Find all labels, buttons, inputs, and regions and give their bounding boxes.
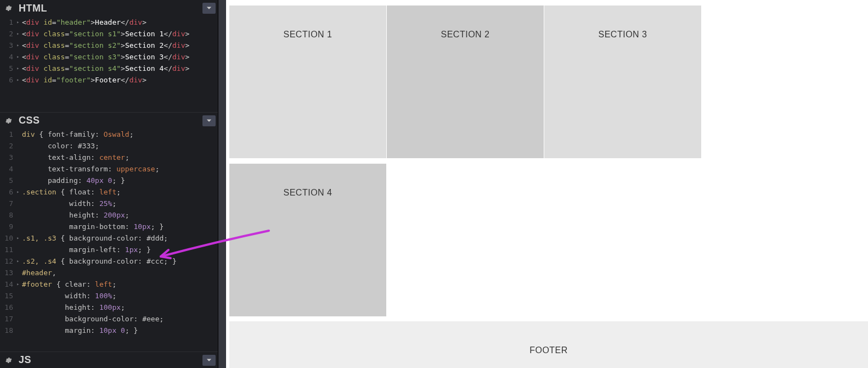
code-content: width: 100%; bbox=[22, 290, 218, 302]
code-content: text-align: center; bbox=[22, 152, 218, 163]
fold-gap bbox=[16, 290, 22, 302]
line-number: 5 bbox=[0, 175, 16, 186]
code-content: .s2, .s4 { background-color: #ccc; } bbox=[22, 255, 218, 267]
code-line: 2 ▸ <div class="section s1">Section 1</d… bbox=[0, 28, 218, 40]
panel-js-header: JS bbox=[0, 352, 218, 368]
fold-icon[interactable]: ▸ bbox=[16, 186, 22, 198]
code-content: div { font-family: Oswald; bbox=[22, 129, 218, 140]
code-content: <div id="footer">Footer</div> bbox=[22, 74, 218, 86]
chevron-down-icon[interactable] bbox=[202, 355, 216, 366]
code-line: 5 ▸ <div class="section s4">Section 4</d… bbox=[0, 63, 218, 74]
code-line: 12▸.s2, .s4 { background-color: #ccc; } bbox=[0, 255, 218, 267]
gear-icon[interactable] bbox=[2, 354, 14, 366]
code-content: <div class="section s4">Section 4</div> bbox=[22, 63, 218, 74]
fold-icon[interactable]: ▸ bbox=[16, 74, 22, 86]
code-line: 17 background-color: #eee; bbox=[0, 313, 218, 325]
fold-icon[interactable]: ▸ bbox=[16, 232, 22, 244]
gear-icon[interactable] bbox=[2, 2, 14, 14]
code-line: 15 width: 100%; bbox=[0, 290, 218, 302]
panel-html-title: HTML bbox=[19, 3, 198, 14]
html-code-editor[interactable]: 1 ▸ <div id="header">Header</div> 2 ▸ <d… bbox=[0, 16, 218, 112]
line-number: 7 bbox=[0, 198, 16, 209]
line-number: 17 bbox=[0, 313, 16, 325]
fold-gap bbox=[16, 198, 22, 209]
line-number: 18 bbox=[0, 325, 16, 336]
code-content: margin-left: 1px; } bbox=[22, 244, 218, 255]
line-number: 4 bbox=[0, 51, 16, 63]
footer-label: FOOTER bbox=[529, 345, 568, 355]
code-line: 10▸.s1, .s3 { background-color: #ddd; bbox=[0, 232, 218, 244]
line-number: 16 bbox=[0, 302, 16, 313]
fold-gap bbox=[16, 325, 22, 336]
line-number: 6 bbox=[0, 186, 16, 198]
code-content: <div class="section s3">Section 3</div> bbox=[22, 51, 218, 63]
line-number: 11 bbox=[0, 244, 16, 255]
app-root: HTML 1 ▸ <div id="header">Header</div> 2… bbox=[0, 0, 868, 368]
line-number: 5 bbox=[0, 63, 16, 74]
code-content: .s1, .s3 { background-color: #ddd; bbox=[22, 232, 218, 244]
editors-column: HTML 1 ▸ <div id="header">Header</div> 2… bbox=[0, 0, 218, 368]
panel-html-header: HTML bbox=[0, 0, 218, 16]
fold-gap bbox=[16, 175, 22, 186]
fold-gap bbox=[16, 163, 22, 175]
fold-gap bbox=[16, 209, 22, 221]
code-line: 6▸.section { float: left; bbox=[0, 186, 218, 198]
section-label: SECTION 4 bbox=[284, 188, 332, 197]
fold-icon[interactable]: ▸ bbox=[16, 255, 22, 267]
code-content: padding: 40px 0; } bbox=[22, 175, 218, 186]
fold-gap bbox=[16, 244, 22, 255]
code-line: 18 margin: 10px 0; } bbox=[0, 325, 218, 336]
section-label: SECTION 3 bbox=[599, 30, 647, 39]
code-line: 13#header, bbox=[0, 267, 218, 278]
fold-icon[interactable]: ▸ bbox=[16, 278, 22, 290]
gear-icon[interactable] bbox=[2, 115, 14, 127]
code-content: margin: 10px 0; } bbox=[22, 325, 218, 336]
line-number: 10 bbox=[0, 232, 16, 244]
panel-js-title: JS bbox=[19, 354, 198, 366]
fold-gap bbox=[16, 152, 22, 163]
code-line: 4 text-transform: uppercase; bbox=[0, 163, 218, 175]
code-content: color: #333; bbox=[22, 140, 218, 152]
fold-icon[interactable]: ▸ bbox=[16, 40, 22, 51]
code-line: 3 ▸ <div class="section s2">Section 2</d… bbox=[0, 40, 218, 51]
line-number: 3 bbox=[0, 40, 16, 51]
preview-pane: SECTION 1 SECTION 2 SECTION 3 SECTION 4 … bbox=[226, 0, 868, 368]
code-line: 8 height: 200px; bbox=[0, 209, 218, 221]
code-line: 6 ▸ <div id="footer">Footer</div> bbox=[0, 74, 218, 86]
preview-row-top: SECTION 1 SECTION 2 SECTION 3 bbox=[229, 5, 701, 158]
chevron-down-icon[interactable] bbox=[202, 115, 216, 126]
fold-gap bbox=[16, 313, 22, 325]
fold-icon[interactable]: ▸ bbox=[16, 63, 22, 74]
panel-css-title: CSS bbox=[19, 115, 198, 126]
fold-gap bbox=[16, 140, 22, 152]
code-line: 16 height: 100px; bbox=[0, 302, 218, 313]
code-line: 14▸#footer { clear: left; bbox=[0, 278, 218, 290]
line-number: 9 bbox=[0, 221, 16, 232]
line-number: 6 bbox=[0, 74, 16, 86]
code-content: #footer { clear: left; bbox=[22, 278, 218, 290]
line-number: 2 bbox=[0, 28, 16, 40]
line-number: 15 bbox=[0, 290, 16, 302]
code-content: height: 200px; bbox=[22, 209, 218, 221]
css-code-editor[interactable]: 1div { font-family: Oswald; 2 color: #33… bbox=[0, 129, 218, 341]
fold-icon[interactable]: ▸ bbox=[16, 16, 22, 28]
chevron-down-icon[interactable] bbox=[202, 3, 216, 14]
code-line: 3 text-align: center; bbox=[0, 152, 218, 163]
line-number: 2 bbox=[0, 140, 16, 152]
fold-gap bbox=[16, 267, 22, 278]
code-content: #header, bbox=[22, 267, 218, 278]
fold-icon[interactable]: ▸ bbox=[16, 28, 22, 40]
fold-gap bbox=[16, 221, 22, 232]
code-line: 1 ▸ <div id="header">Header</div> bbox=[0, 16, 218, 28]
section-label: SECTION 1 bbox=[284, 30, 332, 39]
preview-section-2: SECTION 2 bbox=[387, 5, 544, 158]
code-line: 2 color: #333; bbox=[0, 140, 218, 152]
code-content: margin-bottom: 10px; } bbox=[22, 221, 218, 232]
panel-css: CSS 1div { font-family: Oswald; 2 color:… bbox=[0, 112, 218, 352]
code-content: .section { float: left; bbox=[22, 186, 218, 198]
vertical-splitter[interactable] bbox=[218, 0, 226, 368]
code-content: width: 25%; bbox=[22, 198, 218, 209]
preview-section-4: SECTION 4 bbox=[229, 164, 386, 316]
fold-icon[interactable]: ▸ bbox=[16, 51, 22, 63]
line-number: 14 bbox=[0, 278, 16, 290]
